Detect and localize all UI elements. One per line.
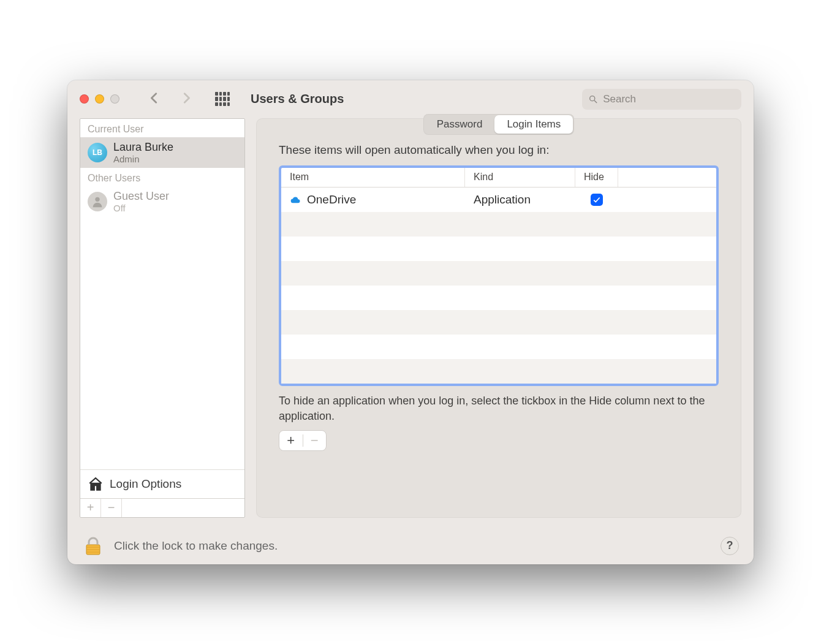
sidebar-pm-spacer	[122, 499, 244, 517]
add-login-item-button[interactable]: +	[279, 431, 303, 450]
table-row	[281, 237, 716, 261]
users-sidebar: Current User LB Laura Burke Admin Other …	[80, 118, 245, 518]
tab-bar: Password Login Items	[423, 114, 575, 135]
add-user-button[interactable]: +	[80, 499, 101, 517]
main-panel: Password Login Items These items will op…	[256, 118, 741, 518]
footer: Click the lock to make changes. ?	[67, 528, 754, 564]
user-role: Off	[113, 203, 169, 213]
show-all-button[interactable]	[215, 92, 230, 107]
table-header: Item Kind Hide	[281, 168, 716, 188]
svg-line-1	[594, 100, 597, 103]
content: Current User LB Laura Burke Admin Other …	[67, 118, 754, 528]
panel-hint: To hide an application when you log in, …	[257, 392, 741, 430]
user-name: Guest User	[113, 190, 169, 203]
window-title: Users & Groups	[251, 92, 344, 106]
svg-point-0	[590, 96, 595, 100]
toolbar: Users & Groups	[67, 80, 754, 118]
col-item[interactable]: Item	[281, 168, 465, 187]
table-row	[281, 335, 716, 359]
minimize-window-button[interactable]	[95, 94, 104, 104]
avatar	[88, 192, 107, 211]
search-input[interactable]	[603, 93, 735, 105]
search-field[interactable]	[582, 89, 741, 110]
lock-icon[interactable]	[82, 535, 104, 557]
col-kind[interactable]: Kind	[465, 168, 575, 187]
preferences-window: Users & Groups Current User LB Laura Bur…	[67, 80, 754, 564]
remove-login-item-button[interactable]: −	[303, 431, 327, 450]
help-button[interactable]: ?	[721, 537, 739, 555]
window-controls	[80, 94, 119, 104]
login-items-add-remove: + −	[279, 430, 327, 451]
table-row	[281, 359, 716, 384]
tab-password[interactable]: Password	[425, 115, 495, 134]
close-window-button[interactable]	[80, 94, 89, 104]
avatar: LB	[88, 143, 107, 162]
sidebar-heading-current: Current User	[80, 119, 244, 137]
table-row	[281, 212, 716, 237]
nav-arrows	[148, 91, 193, 107]
zoom-window-button[interactable]	[110, 94, 119, 104]
sidebar-user-guest[interactable]: Guest User Off	[80, 186, 244, 217]
item-name: OneDrive	[307, 193, 356, 206]
remove-user-button[interactable]: −	[101, 499, 122, 517]
check-icon	[592, 195, 601, 204]
svg-point-2	[95, 197, 99, 201]
sidebar-heading-other: Other Users	[80, 168, 244, 186]
hide-checkbox[interactable]	[591, 194, 603, 206]
forward-button[interactable]	[180, 91, 193, 107]
col-extra	[618, 168, 716, 187]
user-role: Admin	[113, 154, 173, 164]
sidebar-add-remove: + −	[80, 498, 244, 517]
panel-description: These items will open automatically when…	[257, 143, 741, 162]
login-options-label: Login Options	[110, 477, 181, 491]
back-button[interactable]	[148, 91, 161, 107]
person-icon	[91, 195, 104, 208]
lock-text: Click the lock to make changes.	[114, 539, 278, 553]
search-icon	[588, 94, 598, 105]
col-hide[interactable]: Hide	[575, 168, 618, 187]
table-row	[281, 261, 716, 286]
login-items-table: Item Kind Hide OneDrive Application	[279, 165, 719, 386]
user-name: Laura Burke	[113, 141, 173, 154]
table-row	[281, 286, 716, 310]
sidebar-user-current[interactable]: LB Laura Burke Admin	[80, 137, 244, 168]
table-row	[281, 310, 716, 335]
cloud-icon	[290, 195, 301, 204]
home-icon	[88, 476, 104, 492]
tab-login-items[interactable]: Login Items	[494, 115, 573, 134]
login-options-button[interactable]: Login Options	[80, 469, 244, 498]
item-kind: Application	[474, 193, 531, 206]
table-row[interactable]: OneDrive Application	[281, 188, 716, 212]
